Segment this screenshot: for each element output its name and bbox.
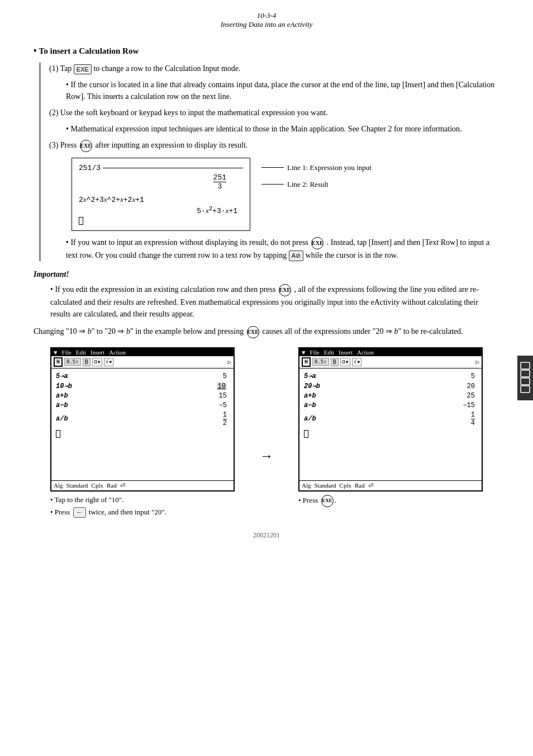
screenshot-left: ♥ File Edit Insert Action H 0.5↑ B α▼ √▼ (36, 347, 249, 521)
eactivity-window-left[interactable]: ♥ File Edit Insert Action H 0.5↑ B α▼ √▼ (50, 347, 235, 492)
value-adb-left: 1 2 (223, 411, 227, 427)
caption-right-1: Press EXE. (298, 495, 483, 507)
toolbar-save-left[interactable]: H (54, 357, 63, 367)
toolbar-save-right[interactable]: H (302, 357, 311, 367)
example-text1: Changing "10 ⇒ b" to "20 ⇒ b" in the exa… (34, 327, 246, 336)
frac-adb-left: 1 2 (223, 411, 227, 427)
caption-left: Tap to the right of "10". Press ← twice,… (50, 495, 235, 521)
cursor-row-right (304, 430, 477, 438)
row-amb-left: a−b −5 (56, 401, 229, 410)
important-section: Important! If you edit the expression in… (34, 270, 499, 320)
svg-rect-2 (521, 378, 530, 385)
row-apb-right: a+b 25 (304, 391, 477, 400)
section-heading: To insert a Calculation Row (34, 46, 139, 55)
exe-key-caption-right[interactable]: EXE (321, 495, 334, 507)
toolbar-arrow-left[interactable]: ▷ (227, 358, 231, 366)
menu-edit-left[interactable]: Edit (76, 349, 86, 356)
eactivity-window-right[interactable]: ♥ File Edit Insert Action H 0.5↑ B α▼ √▼ (298, 347, 483, 492)
page-footer: 20021201 (34, 531, 499, 540)
note1-rest2: while the cursor is in the row. (306, 251, 398, 259)
menu-insert-right[interactable]: Insert (339, 349, 353, 356)
label-amb-right: a−b (304, 401, 316, 409)
diagram-expr1: 251/3 (79, 164, 101, 172)
toolbar-arrow-right[interactable]: ▷ (475, 358, 479, 366)
important-body: If you edit the expression in an existin… (55, 285, 278, 294)
value-20b-right: 20 (467, 382, 475, 390)
status-cplx-right: Cplx (340, 482, 351, 489)
status-std-left: Standard (66, 482, 88, 489)
toolbar-sqrt-right[interactable]: √▼ (352, 358, 362, 366)
toolbar-zoom-left[interactable]: 0.5↑ (64, 358, 81, 366)
menu-action-right[interactable]: Action (357, 349, 374, 356)
value-apb-right: 25 (467, 392, 475, 400)
status-cplx-left: Cplx (92, 482, 103, 489)
annot-dash1 (261, 167, 284, 168)
toolbar-sqrt-left[interactable]: √▼ (104, 358, 114, 366)
value-5a-right: 5 (471, 372, 475, 380)
diagram-expr4: 5·x2+3·x+1 (197, 205, 237, 215)
menubar-right: ♥ File Edit Insert Action (299, 348, 482, 356)
row-amb-right: a−b −15 (304, 401, 477, 410)
label-apb-right: a+b (304, 392, 316, 400)
frac-den-left: 2 (223, 419, 227, 427)
toolbar-zoom-right[interactable]: 0.5↑ (312, 358, 329, 366)
annot-dash2 (261, 184, 284, 185)
step2-subbullet: Mathematical expression input techniques… (66, 123, 499, 135)
cursor-row-left (56, 430, 229, 438)
menu-file-right[interactable]: File (310, 349, 320, 356)
annot-line2: Line 2: Result (261, 180, 372, 189)
menu-insert-left[interactable]: Insert (91, 349, 104, 356)
diagram-line3: 2x^2+3x^2+x+2x+1 (79, 195, 243, 204)
toolbar-alpha-left[interactable]: α▼ (92, 358, 102, 366)
caption-left-1: Tap to the right of "10". (50, 495, 235, 505)
menu-action-left[interactable]: Action (109, 349, 126, 356)
annot-line1: Line 1: Expression you input (261, 163, 372, 172)
label-5a-right: 5⇒a (304, 372, 316, 380)
step2-text: (2) Use the soft keyboard or keypad keys… (49, 108, 328, 117)
value-amb-left: −5 (219, 401, 227, 409)
toolbar-b-left[interactable]: B (83, 358, 91, 366)
frac-num-left: 1 (223, 411, 227, 419)
row-10b-left: 10⇒b 10 (56, 381, 229, 391)
status-rad-right: Rad (355, 482, 365, 489)
toolbar-b-right[interactable]: B (331, 358, 339, 366)
body-right: 5⇒a 5 20⇒b 20 a+b 25 a−b −15 (299, 368, 482, 480)
row-20b-right: 20⇒b 20 (304, 381, 477, 391)
page-title: Inserting Data into an eActivity (34, 20, 499, 29)
toolbar-right: H 0.5↑ B α▼ √▼ ▷ (299, 356, 482, 368)
label-20b-right: 20⇒b (304, 382, 320, 390)
row-5a-right: 5⇒a 5 (304, 371, 477, 381)
step-2: (2) Use the soft keyboard or keypad keys… (49, 107, 499, 119)
step-1: (1) Tap EXE to change a row to the Calcu… (49, 63, 499, 74)
step2-sub1-text: Mathematical expression input techniques… (70, 125, 461, 133)
step3-rest: after inputting an expression to display… (95, 141, 248, 149)
step1-sub1-text: If the cursor is located in a line that … (66, 81, 494, 101)
caption-left-2: Press ← twice, and then input "20". (50, 507, 235, 518)
page-container: 10-3-4 Inserting Data into an eActivity … (0, 0, 533, 756)
step3-text: (3) Press (49, 141, 79, 149)
status-alg-right: Alg (302, 482, 311, 489)
value-amb-right: −15 (463, 401, 475, 409)
diagram-wrapper: 251/3 251 3 2x^2+3x^2+x+2x+1 5·x2+3·x+1 (72, 158, 499, 231)
menu-file-left[interactable]: File (62, 349, 72, 356)
menu-edit-right[interactable]: Edit (324, 349, 334, 356)
svg-rect-3 (521, 386, 530, 393)
back-key-caption[interactable]: ← (73, 507, 86, 518)
toolbar-alpha-right[interactable]: α▼ (340, 358, 350, 366)
label-5a-left: 5⇒a (56, 372, 68, 380)
statusbar-left: Alg Standard Cplx Rad ⏎ (51, 480, 234, 490)
a-key-note: A⊘ (289, 251, 303, 261)
step-3: (3) Press EXE after inputting an express… (49, 139, 499, 152)
page-header: 10-3-4 Inserting Data into an eActivity (34, 11, 499, 29)
section-heading-container: To insert a Calculation Row (34, 46, 499, 56)
diagram-expr3: 2x^2+3x^2+x+2x+1 (79, 196, 144, 204)
label-adb-right: a/b (304, 415, 316, 423)
menu-heart-right[interactable]: ♥ (302, 349, 306, 356)
menu-heart-left[interactable]: ♥ (54, 349, 58, 356)
exe-key-1: EXE (74, 64, 92, 75)
label-10b-left: 10⇒b (56, 382, 72, 390)
row-5a-left: 5⇒a 5 (56, 371, 229, 381)
screenshot-right: ♥ File Edit Insert Action H 0.5↑ B α▼ √▼ (284, 347, 497, 521)
status-std-right: Standard (315, 482, 336, 489)
status-icon-left: ⏎ (120, 482, 125, 489)
